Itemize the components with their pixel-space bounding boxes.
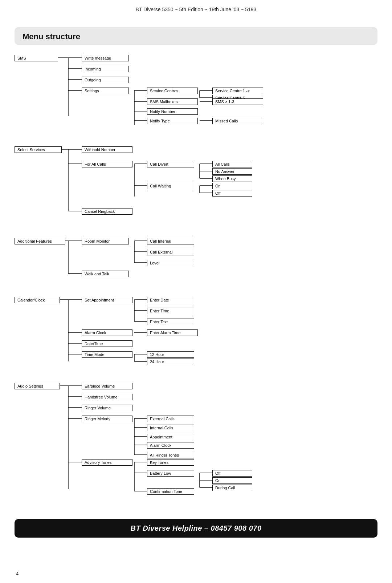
node-write-message: Write message (82, 55, 129, 61)
node-all-ringer-tones: All Ringer Tones (147, 452, 194, 458)
node-room-monitor: Room Monitor (82, 238, 129, 244)
node-call-external: Call External (147, 249, 194, 255)
node-key-tones: Key Tones (147, 459, 194, 466)
node-calender-clock: Calender/Clock (15, 297, 60, 303)
node-handsfree-volume: Handsfree Volume (82, 394, 132, 400)
node-advisory-tones: Advisory Tones (82, 459, 132, 466)
node-sms-1-3: SMS > 1-3 (212, 98, 263, 105)
node-call-waiting: Call Waiting (147, 183, 194, 189)
calender-clock-section: Calender/Clock Set Appointment Alarm Clo… (15, 294, 370, 372)
node-sms-mailboxes: SMS Mailboxes (147, 98, 198, 105)
node-12-hour: 12 Hour (147, 351, 194, 358)
menu-structure-title: Menu structure (23, 32, 369, 41)
menu-structure-box: Menu structure (15, 27, 377, 45)
node-notify-type: Notify Type (147, 118, 198, 124)
node-when-busy: When Busy (212, 175, 252, 182)
node-during-call: During Call (212, 485, 252, 491)
node-confirmation-tone: Confirmation Tone (147, 488, 194, 495)
node-additional-features: Additional Features (15, 238, 65, 244)
node-off-2: Off (212, 470, 252, 477)
node-incoming: Incoming (82, 66, 129, 72)
node-24-hour: 24 Hour (147, 359, 194, 365)
node-time-mode: Time Mode (82, 351, 132, 358)
node-on: On (212, 183, 252, 189)
select-services-section: Select Services Withhold Number For All … (15, 144, 370, 227)
node-select-services: Select Services (15, 146, 62, 153)
node-enter-time: Enter Time (147, 308, 194, 314)
node-off: Off (212, 190, 252, 197)
page-header: BT Diverse 5350 ~ 5th Edition ~ 19th Jun… (0, 0, 392, 16)
node-ringer-volume: Ringer Volume (82, 405, 132, 411)
node-on-2: On (212, 477, 252, 484)
node-settings: Settings (82, 88, 129, 94)
page-number: 4 (16, 571, 19, 576)
node-appointment: Appointment (147, 434, 194, 440)
node-withhold-number: Withhold Number (82, 146, 132, 153)
node-missed-calls: Missed Calls (212, 118, 263, 124)
node-level: Level (147, 260, 194, 266)
node-alarm-clock: Alarm Clock (82, 329, 132, 336)
node-date-time: Date/Time (82, 340, 132, 347)
node-enter-date: Enter Date (147, 297, 194, 303)
diagram-area: SMS Write message Incoming Outgoing Sett… (15, 52, 377, 515)
node-external-calls: External Calls (147, 416, 194, 422)
node-walk-and-talk: Walk and Talk (82, 271, 129, 277)
node-no-answer: No Answer (212, 168, 252, 175)
node-internal-calls: Internal Calls (147, 425, 194, 431)
additional-features-section: Additional Features Room Monitor Walk an… (15, 235, 370, 286)
node-set-appointment: Set Appointment (82, 297, 132, 303)
node-earpiece-volume: Earpiece Volume (82, 383, 132, 389)
audio-settings-section: Audio Settings Earpiece Volume Handsfree… (15, 380, 370, 500)
node-service-centres: Service Centres (147, 88, 198, 94)
node-battery-low: Battery Low (147, 470, 194, 477)
node-audio-settings: Audio Settings (15, 383, 60, 389)
node-enter-text: Enter Text (147, 319, 194, 325)
page-footer: BT Diverse Helpline – 08457 908 070 (15, 519, 377, 538)
node-call-internal: Call Internal (147, 238, 194, 244)
node-alarm-clock-2: Alarm Clock (147, 442, 194, 449)
node-notify-number: Notify Number (147, 108, 198, 115)
node-outgoing: Outgoing (82, 77, 129, 83)
sms-section: SMS Write message Incoming Outgoing Sett… (15, 52, 370, 136)
footer-text: BT Diverse Helpline – 08457 908 070 (130, 524, 261, 532)
node-cancel-ringback: Cancel Ringback (82, 208, 132, 215)
node-call-divert: Call Divert (147, 161, 194, 167)
node-for-all-calls: For All Calls (82, 161, 132, 167)
node-service-centre-1: Service Centre 1 -> (212, 88, 263, 94)
node-sms-root: SMS (15, 55, 58, 61)
header-title: BT Diverse 5350 ~ 5th Edition ~ 19th Jun… (136, 7, 257, 12)
node-ringer-melody: Ringer Melody (82, 416, 132, 422)
node-enter-alarm-time: Enter Alarm Time (147, 329, 198, 336)
node-all-calls: All Calls (212, 161, 252, 167)
